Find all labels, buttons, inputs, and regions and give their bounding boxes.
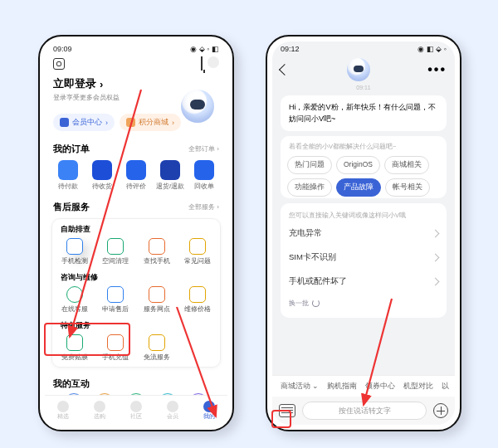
special-film[interactable]: 免费贴膜: [54, 334, 95, 365]
interact-title: 我的互动: [53, 377, 90, 390]
order-pending-pay[interactable]: 待付款: [53, 160, 83, 191]
consult-apply-aftersale[interactable]: 申请售后: [95, 286, 137, 317]
question-row[interactable]: SIM卡不识别: [281, 246, 447, 270]
topic-pill[interactable]: 商城相关: [384, 156, 429, 174]
question-hint: 您可以直接输入关键词或像这样问小V哦: [281, 207, 447, 222]
cart-icon[interactable]: [201, 56, 203, 71]
special-topup[interactable]: 手机充值: [95, 334, 137, 365]
topic-pill[interactable]: 产品故障: [336, 178, 381, 197]
quick-tag[interactable]: 购机指南: [327, 382, 357, 392]
bot-avatar[interactable]: [347, 58, 370, 81]
chevron-right-icon: [432, 254, 440, 262]
review-icon: [126, 160, 146, 180]
member-center-chip[interactable]: 会员中心 ›: [53, 114, 115, 131]
status-time: 09:12: [281, 45, 300, 53]
quick-tag[interactable]: 商城活动 ⌄: [281, 382, 319, 392]
topic-pill[interactable]: OriginOS: [336, 156, 380, 174]
top-right-icons: [201, 56, 219, 71]
avatar[interactable]: [181, 90, 214, 123]
orders-more-link[interactable]: 全部订单 ›: [188, 144, 219, 153]
community-icon: [130, 401, 142, 412]
aftersale-title: 售后服务: [53, 201, 90, 213]
order-pending-receive[interactable]: 待收货: [87, 160, 117, 191]
form-icon: [107, 286, 124, 303]
question-panel: 您可以直接输入关键词或像这样问小V哦 充电异常SIM卡不识别手机或配件坏了 换一…: [281, 203, 447, 318]
right-phone-inner: 09:12 ◉ ◧ ⬙ ◦ ••• 09:11 Hi，亲爱的V粉，新年快乐！有什…: [272, 41, 455, 425]
chevron-right-icon: [432, 230, 440, 238]
add-button[interactable]: [433, 403, 448, 418]
conversation-time: 09:11: [272, 85, 455, 90]
consult-repair-price[interactable]: 维修价格: [178, 286, 219, 317]
input-bar: 按住说话转文字: [272, 397, 455, 425]
consult-title: 咨询与维修: [54, 272, 218, 283]
chevron-right-icon: [432, 278, 440, 286]
refresh-button[interactable]: 换一批: [281, 294, 447, 314]
tab-featured[interactable]: 精选: [50, 401, 76, 421]
topic-hint: 着看全能的小V都能解决什么问题吧~: [287, 143, 440, 151]
recycle-icon: [194, 160, 214, 180]
price-icon: [189, 286, 206, 303]
crown-icon: [167, 401, 178, 412]
refresh-icon: [312, 299, 320, 307]
consult-online-service[interactable]: 在线客服: [54, 286, 95, 317]
more-button[interactable]: •••: [427, 62, 447, 77]
status-time: 09:09: [53, 45, 72, 53]
tab-shop[interactable]: 选购: [86, 401, 113, 421]
chevron-right-icon: ›: [172, 119, 174, 127]
truck-icon: [92, 160, 112, 180]
locate-icon: [149, 238, 165, 255]
order-recycle[interactable]: 回收单: [189, 160, 219, 191]
member-center-label: 会员中心: [72, 117, 102, 128]
order-refund[interactable]: 退货/退款: [155, 160, 185, 191]
bag-icon: [94, 401, 105, 412]
status-bar: 09:12 ◉ ◧ ⬙ ◦: [272, 41, 455, 56]
quick-tag[interactable]: 机型对比: [403, 382, 433, 392]
voice-input-label: 按住说话转文字: [339, 406, 391, 416]
points-mall-label: 积分商城: [139, 117, 168, 128]
keyboard-toggle-button[interactable]: [279, 404, 295, 417]
topic-pill[interactable]: 热门问题: [287, 156, 332, 174]
quick-tags-row: 商城活动 ⌄购机指南领券中心机型对比以: [272, 375, 455, 397]
left-phone: 09:09 ◉ ⬙ ◦ ◧ 立即登录 › 登录享受更多会员权益: [38, 35, 234, 431]
message-icon[interactable]: [208, 56, 219, 68]
tab-mine[interactable]: 我的: [196, 401, 222, 421]
headset-icon: [66, 286, 83, 303]
question-row[interactable]: 充电异常: [281, 222, 447, 246]
bottom-tabbar: 精选 选购 社区 会员 我的: [45, 395, 227, 425]
quick-tag[interactable]: 以: [442, 382, 449, 392]
left-phone-inner: 09:09 ◉ ⬙ ◦ ◧ 立即登录 › 登录享受更多会员权益: [45, 41, 227, 425]
special-title: 特色服务: [54, 320, 218, 331]
wallet-icon: [58, 160, 78, 180]
question-text: 手机或配件坏了: [289, 276, 347, 287]
orders-row: 待付款 待收货 待评价 退货/退款 回收单: [53, 160, 219, 191]
settings-icon[interactable]: [53, 58, 65, 70]
question-row[interactable]: 手机或配件坏了: [281, 270, 447, 294]
top-row: [53, 56, 219, 71]
self-phone-check[interactable]: 手机检测: [54, 238, 95, 269]
topic-panel: 着看全能的小V都能解决什么问题吧~ 热门问题OriginOS商城相关功能操作产品…: [281, 136, 447, 198]
film-icon: [66, 334, 83, 351]
topic-pill[interactable]: 功能操作: [287, 178, 332, 197]
self-clean[interactable]: 空间清理: [95, 238, 137, 269]
heart-icon: [57, 401, 69, 412]
back-button[interactable]: [279, 64, 290, 75]
points-mall-chip[interactable]: 积分商城 ›: [120, 114, 181, 131]
quick-tag[interactable]: 领券中心: [365, 382, 395, 392]
right-phone: 09:12 ◉ ◧ ⬙ ◦ ••• 09:11 Hi，亲爱的V粉，新年快乐！有什…: [266, 35, 461, 431]
topic-pill[interactable]: 帐号相关: [385, 178, 430, 197]
refresh-label: 换一批: [289, 299, 309, 308]
refund-icon: [160, 160, 180, 180]
member-icon: [60, 118, 69, 127]
consult-service-point[interactable]: 服务网点: [136, 286, 178, 317]
self-faq[interactable]: 常见问题: [178, 238, 219, 269]
tab-member[interactable]: 会员: [159, 401, 186, 421]
person-icon: [203, 401, 215, 412]
special-data[interactable]: 免流服务: [136, 334, 178, 365]
order-pending-review[interactable]: 待评价: [121, 160, 151, 191]
tab-community[interactable]: 社区: [123, 401, 149, 421]
orders-title: 我的订单: [53, 143, 90, 155]
chat-header: •••: [272, 56, 455, 83]
voice-input-button[interactable]: 按住说话转文字: [302, 402, 427, 420]
aftersale-more-link[interactable]: 全部服务 ›: [188, 202, 219, 212]
self-find[interactable]: 查找手机: [136, 238, 178, 269]
